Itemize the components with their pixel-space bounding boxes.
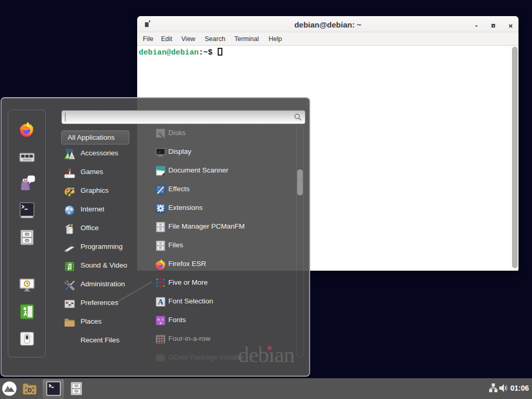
svg-text:a: a xyxy=(159,320,162,325)
svg-text:A: A xyxy=(158,298,164,306)
svg-text:a: a xyxy=(162,316,164,322)
svg-text:D: D xyxy=(28,387,32,393)
